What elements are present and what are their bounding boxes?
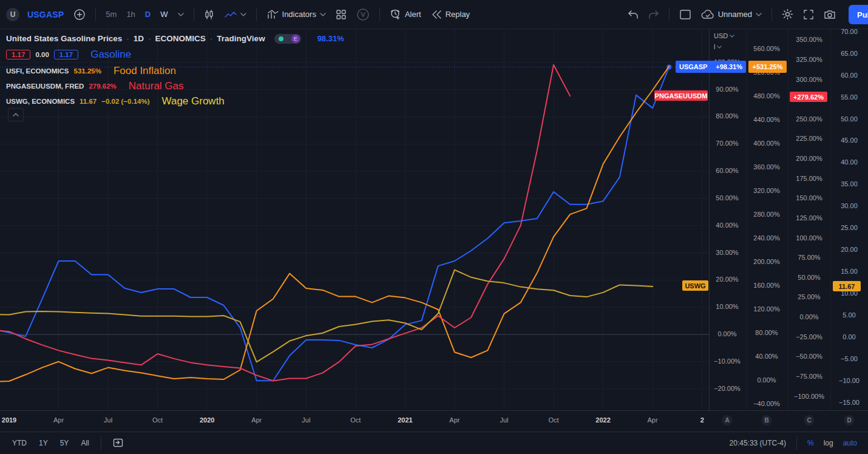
range-5y-button[interactable]: 5Y [55, 437, 74, 449]
layout-grid-button[interactable] [331, 4, 351, 25]
scale-mode-button[interactable]: l [714, 43, 722, 50]
undo-button[interactable] [623, 4, 643, 25]
badge-text: PNGASEUUSDM [655, 92, 708, 100]
user-avatar[interactable]: U [6, 8, 19, 21]
interval-menu-button[interactable] [174, 4, 188, 25]
range-buttons: YTD 1Y 5Y All [7, 436, 128, 451]
series-name-food-inflation[interactable]: Food Inflation [114, 65, 176, 77]
source-toggle[interactable]: E [274, 34, 301, 44]
screenshot-button[interactable] [819, 4, 840, 25]
price-tick-label-C: 125.00% [796, 214, 822, 222]
interval-1h[interactable]: 1h [122, 4, 139, 25]
price-tick-label-B: 440.00% [753, 116, 779, 123]
interval-5m[interactable]: 5m [101, 4, 121, 25]
indicators-icon [266, 9, 279, 20]
toolbar-separator [379, 8, 380, 21]
range-all-button[interactable]: All [76, 437, 93, 449]
scale-letter-badge-A[interactable]: A [722, 415, 733, 425]
series-value: 531.25% [74, 67, 101, 75]
auto-scale-button[interactable]: auto [839, 439, 861, 447]
price-badge: +279.62% [790, 92, 827, 102]
toolbar-separator [95, 8, 96, 21]
legend-title-row[interactable]: United States Gasoline Prices · 1D · ECO… [6, 33, 344, 44]
series-value: 11.67 [80, 98, 97, 105]
interval-1d[interactable]: D [141, 4, 155, 25]
time-axis-label: 2 [700, 416, 704, 424]
goto-date-button[interactable] [108, 436, 128, 451]
price-tick-label-D: −10.00 [839, 377, 860, 384]
alert-button[interactable]: Alert [385, 4, 426, 25]
price-tick-label-B: 200.00% [753, 258, 779, 265]
indicators-button[interactable]: Indicators [262, 4, 330, 25]
scale-letter-badge-D[interactable]: D [844, 415, 855, 425]
chevron-down-icon [240, 13, 246, 16]
cloud-check-icon [701, 10, 714, 19]
range-1y-button[interactable]: 1Y [34, 437, 53, 449]
camera-icon [824, 9, 836, 19]
time-axis-label: Oct [548, 416, 558, 424]
value-box-close: 1.17 [54, 50, 78, 59]
range-ytd-button[interactable]: YTD [7, 437, 32, 449]
symbol-button[interactable]: USGASP [23, 4, 68, 25]
time-axis-label: 2019 [2, 416, 16, 424]
log-scale-button[interactable]: log [820, 439, 837, 447]
time-axis-label: Apr [251, 416, 262, 424]
price-tick-label-D: 20.00 [841, 246, 858, 253]
price-tick-label-A: −10.00% [714, 357, 741, 365]
toolbar-separator [796, 436, 797, 450]
series-name-natural-gas[interactable]: Natural Gas [129, 80, 184, 92]
series-name-wage-growth[interactable]: Wage Growth [162, 95, 225, 107]
scale-letter-badge-C[interactable]: C [804, 415, 815, 425]
toolbar-separator [101, 436, 101, 450]
price-badge: PNGASEUUSDM [654, 90, 708, 101]
price-tick-label-B: 240.00% [753, 234, 779, 242]
toolbar-left: U USGASP 5m 1h D W [6, 4, 474, 25]
redo-button[interactable] [644, 4, 663, 25]
interval-1w[interactable]: W [156, 4, 172, 25]
indicator-templates-button[interactable] [352, 4, 374, 25]
toolbar-separator [669, 8, 670, 21]
price-tick-label-D: 5.00 [843, 311, 855, 319]
scale-letter-badge-B[interactable]: B [762, 415, 772, 425]
time-axis-label: Jul [500, 416, 508, 424]
badge-text: USGASP [679, 63, 707, 70]
price-tick-label-D: 70.00 [841, 29, 858, 35]
price-tick-label-A: 90.00% [716, 86, 738, 93]
time-axis[interactable]: 2019AprJulOct2020AprJulOct2021AprJulOct2… [0, 410, 868, 432]
v-template-icon [356, 8, 370, 21]
series-value: 279.62% [89, 83, 116, 90]
top-toolbar: U USGASP 5m 1h D W [0, 0, 868, 29]
alert-clock-icon [390, 8, 401, 20]
fullscreen-button[interactable] [799, 4, 818, 25]
price-badge: USGASP+98.31% [676, 61, 746, 73]
price-tick-label-B: 480.00% [753, 92, 779, 100]
publish-button[interactable]: Publish [849, 5, 868, 24]
chevron-down-icon [717, 46, 722, 49]
time-axis-label: 2020 [200, 416, 214, 424]
legend-series-row[interactable]: USWG, ECONOMICS 11.67 −0.02 (−0.14%) Wag… [6, 96, 344, 106]
layout-panel-button[interactable] [675, 4, 696, 25]
legend-series-row[interactable]: PNGASEUUSDM, FRED 279.62% Natural Gas [6, 81, 344, 91]
chart-style-line-button[interactable] [220, 4, 251, 25]
clock-label[interactable]: 20:45:33 (UTC-4) [726, 439, 790, 447]
gear-icon [782, 8, 793, 20]
price-tick-label-A: 20.00% [716, 276, 738, 283]
time-axis-label: Apr [53, 416, 64, 424]
legend-series-row[interactable]: USFI, ECONOMICS 531.25% Food Inflation [6, 66, 344, 76]
price-tick-label-D: 55.00 [841, 93, 858, 101]
series-name-gasoline[interactable]: Gasoline [90, 49, 131, 61]
replay-button[interactable]: Replay [427, 4, 474, 25]
percent-scale-button[interactable]: % [804, 439, 818, 447]
bottom-toolbar: YTD 1Y 5Y All 20:45:33 (UTC-4) % log aut… [0, 432, 868, 454]
add-symbol-button[interactable] [69, 4, 90, 25]
price-tick-label-C: 250.00% [796, 115, 822, 123]
cloud-save-button[interactable]: Unnamed [697, 4, 766, 25]
legend-interval[interactable]: 1D [134, 34, 144, 43]
currency-unit-button[interactable]: USD [714, 32, 734, 39]
price-tick-label-B: 160.00% [753, 282, 779, 289]
price-tick-label-D: 45.00 [841, 137, 858, 144]
chart-style-candles-button[interactable] [200, 4, 219, 25]
settings-button[interactable] [778, 4, 798, 25]
chevron-down-icon [730, 35, 734, 38]
candles-icon [204, 9, 215, 20]
